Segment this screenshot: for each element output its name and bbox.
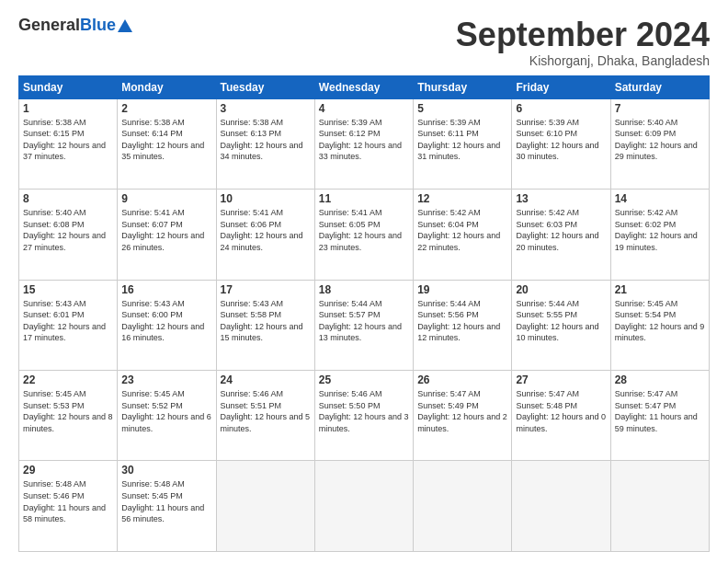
sunrise-label: Sunrise: 5:39 AM: [417, 118, 481, 127]
logo-blue-text: Blue: [80, 16, 116, 34]
day-info: Sunrise: 5:42 AM Sunset: 6:03 PM Dayligh…: [516, 207, 606, 253]
calendar-cell: 18 Sunrise: 5:44 AM Sunset: 5:57 PM Dayl…: [314, 280, 413, 370]
calendar-cell: 11 Sunrise: 5:41 AM Sunset: 6:05 PM Dayl…: [314, 190, 413, 280]
day-number: 9: [121, 192, 211, 205]
day-info: Sunrise: 5:44 AM Sunset: 5:56 PM Dayligh…: [417, 298, 507, 344]
sunset-label: Sunset: 6:07 PM: [121, 220, 183, 229]
day-info: Sunrise: 5:47 AM Sunset: 5:49 PM Dayligh…: [417, 388, 507, 434]
sunrise-label: Sunrise: 5:48 AM: [121, 479, 185, 488]
day-info: Sunrise: 5:40 AM Sunset: 6:08 PM Dayligh…: [23, 207, 113, 253]
daylight-label: Daylight: 12 hours and 29 minutes.: [615, 141, 698, 162]
calendar-header-row: SundayMondayTuesdayWednesdayThursdayFrid…: [19, 75, 710, 98]
sunrise-label: Sunrise: 5:39 AM: [516, 118, 579, 127]
day-info: Sunrise: 5:45 AM Sunset: 5:54 PM Dayligh…: [615, 298, 705, 344]
calendar-cell: [610, 461, 709, 552]
sunrise-label: Sunrise: 5:46 AM: [221, 389, 284, 398]
sunset-label: Sunset: 5:58 PM: [221, 310, 282, 319]
calendar-cell: 16 Sunrise: 5:43 AM Sunset: 6:00 PM Dayl…: [118, 280, 216, 370]
day-info: Sunrise: 5:43 AM Sunset: 5:58 PM Dayligh…: [221, 298, 311, 344]
sunset-label: Sunset: 6:12 PM: [319, 129, 381, 138]
daylight-label: Daylight: 12 hours and 35 minutes.: [121, 141, 204, 162]
daylight-label: Daylight: 12 hours and 12 minutes.: [417, 322, 500, 343]
daylight-label: Daylight: 12 hours and 24 minutes.: [221, 231, 303, 252]
daylight-label: Daylight: 12 hours and 2 minutes.: [417, 412, 507, 433]
day-number: 8: [23, 192, 113, 205]
day-number: 21: [615, 283, 705, 296]
sunrise-label: Sunrise: 5:47 AM: [516, 389, 579, 398]
calendar-cell: [512, 461, 610, 552]
sunrise-label: Sunrise: 5:46 AM: [319, 389, 382, 398]
sunset-label: Sunset: 5:49 PM: [417, 401, 479, 410]
sunset-label: Sunset: 6:05 PM: [319, 220, 381, 229]
sunrise-label: Sunrise: 5:41 AM: [121, 208, 185, 217]
calendar-cell: [314, 461, 413, 552]
calendar-cell: 27 Sunrise: 5:47 AM Sunset: 5:48 PM Dayl…: [512, 371, 610, 461]
calendar-week-row: 15 Sunrise: 5:43 AM Sunset: 6:01 PM Dayl…: [19, 280, 710, 370]
day-info: Sunrise: 5:38 AM Sunset: 6:15 PM Dayligh…: [23, 117, 113, 163]
calendar-cell: 6 Sunrise: 5:39 AM Sunset: 6:10 PM Dayli…: [512, 98, 610, 189]
calendar-cell: 19 Sunrise: 5:44 AM Sunset: 5:56 PM Dayl…: [414, 280, 512, 370]
day-info: Sunrise: 5:39 AM Sunset: 6:12 PM Dayligh…: [319, 117, 409, 163]
day-number: 15: [23, 283, 113, 296]
daylight-label: Daylight: 12 hours and 17 minutes.: [23, 322, 106, 343]
calendar-cell: 28 Sunrise: 5:47 AM Sunset: 5:47 PM Dayl…: [610, 371, 709, 461]
day-number: 6: [516, 102, 606, 115]
calendar-cell: 15 Sunrise: 5:43 AM Sunset: 6:01 PM Dayl…: [19, 280, 118, 370]
svg-marker-0: [118, 19, 132, 32]
sunrise-label: Sunrise: 5:44 AM: [516, 299, 579, 308]
calendar-cell: 7 Sunrise: 5:40 AM Sunset: 6:09 PM Dayli…: [610, 98, 709, 189]
sunrise-label: Sunrise: 5:48 AM: [23, 479, 86, 488]
daylight-label: Daylight: 11 hours and 58 minutes.: [23, 503, 106, 524]
sunrise-label: Sunrise: 5:41 AM: [221, 208, 284, 217]
sunset-label: Sunset: 6:03 PM: [516, 220, 577, 229]
logo-general-text: General: [18, 16, 80, 34]
sunset-label: Sunset: 5:45 PM: [121, 491, 183, 500]
sunrise-label: Sunrise: 5:44 AM: [319, 299, 382, 308]
day-info: Sunrise: 5:43 AM Sunset: 6:00 PM Dayligh…: [121, 298, 211, 344]
daylight-label: Daylight: 11 hours and 56 minutes.: [121, 503, 204, 524]
day-number: 2: [121, 102, 211, 115]
sunset-label: Sunset: 6:02 PM: [615, 220, 677, 229]
day-number: 24: [221, 373, 311, 386]
daylight-label: Daylight: 12 hours and 19 minutes.: [615, 231, 698, 252]
calendar-week-row: 8 Sunrise: 5:40 AM Sunset: 6:08 PM Dayli…: [19, 190, 710, 280]
day-info: Sunrise: 5:39 AM Sunset: 6:11 PM Dayligh…: [417, 117, 507, 163]
sunrise-label: Sunrise: 5:45 AM: [121, 389, 185, 398]
daylight-label: Daylight: 12 hours and 13 minutes.: [319, 322, 402, 343]
calendar-table: SundayMondayTuesdayWednesdayThursdayFrid…: [18, 75, 710, 552]
calendar-cell: 24 Sunrise: 5:46 AM Sunset: 5:51 PM Dayl…: [216, 371, 314, 461]
sunrise-label: Sunrise: 5:38 AM: [23, 118, 86, 127]
daylight-label: Daylight: 12 hours and 8 minutes.: [23, 412, 113, 433]
sunrise-label: Sunrise: 5:47 AM: [615, 389, 678, 398]
sunset-label: Sunset: 5:46 PM: [23, 491, 85, 500]
day-info: Sunrise: 5:41 AM Sunset: 6:07 PM Dayligh…: [121, 207, 211, 253]
day-number: 25: [319, 373, 409, 386]
day-number: 23: [121, 373, 211, 386]
calendar-cell: 13 Sunrise: 5:42 AM Sunset: 6:03 PM Dayl…: [512, 190, 610, 280]
daylight-label: Daylight: 12 hours and 9 minutes.: [615, 322, 705, 343]
day-number: 13: [516, 192, 606, 205]
day-info: Sunrise: 5:39 AM Sunset: 6:10 PM Dayligh…: [516, 117, 606, 163]
sunrise-label: Sunrise: 5:42 AM: [516, 208, 579, 217]
daylight-label: Daylight: 12 hours and 31 minutes.: [417, 141, 500, 162]
sunset-label: Sunset: 5:47 PM: [615, 401, 677, 410]
day-info: Sunrise: 5:46 AM Sunset: 5:50 PM Dayligh…: [319, 388, 409, 434]
sunset-label: Sunset: 5:51 PM: [221, 401, 282, 410]
location: Kishorganj, Dhaka, Bangladesh: [456, 53, 710, 68]
sunrise-label: Sunrise: 5:39 AM: [319, 118, 382, 127]
day-info: Sunrise: 5:38 AM Sunset: 6:14 PM Dayligh…: [121, 117, 211, 163]
calendar-cell: 4 Sunrise: 5:39 AM Sunset: 6:12 PM Dayli…: [314, 98, 413, 189]
day-number: 28: [615, 373, 705, 386]
daylight-label: Daylight: 12 hours and 16 minutes.: [121, 322, 204, 343]
day-info: Sunrise: 5:44 AM Sunset: 5:55 PM Dayligh…: [516, 298, 606, 344]
sunset-label: Sunset: 5:50 PM: [319, 401, 381, 410]
day-info: Sunrise: 5:45 AM Sunset: 5:52 PM Dayligh…: [121, 388, 211, 434]
calendar-cell: 12 Sunrise: 5:42 AM Sunset: 6:04 PM Dayl…: [414, 190, 512, 280]
sunset-label: Sunset: 6:00 PM: [121, 310, 183, 319]
daylight-label: Daylight: 12 hours and 22 minutes.: [417, 231, 500, 252]
day-number: 16: [121, 283, 211, 296]
day-info: Sunrise: 5:42 AM Sunset: 6:04 PM Dayligh…: [417, 207, 507, 253]
sunrise-label: Sunrise: 5:47 AM: [417, 389, 481, 398]
day-number: 27: [516, 373, 606, 386]
calendar-cell: 23 Sunrise: 5:45 AM Sunset: 5:52 PM Dayl…: [118, 371, 216, 461]
